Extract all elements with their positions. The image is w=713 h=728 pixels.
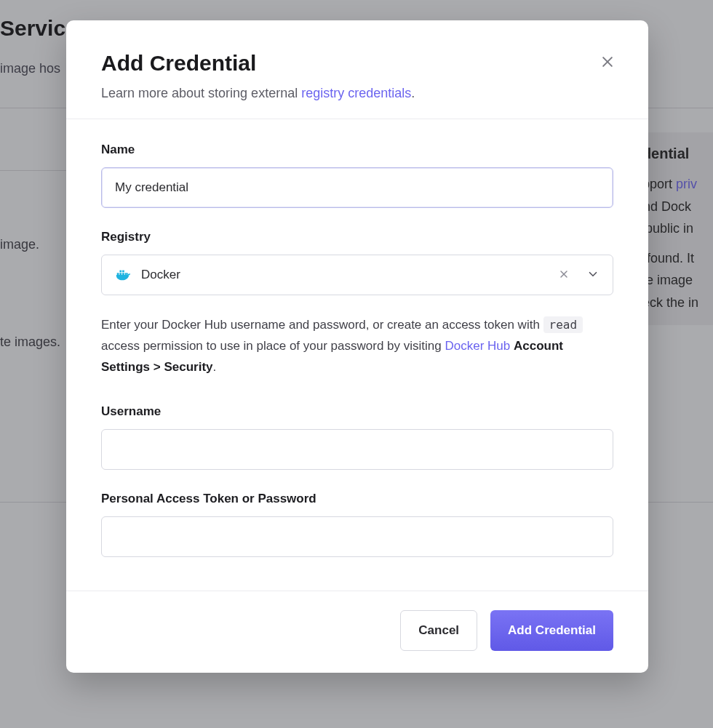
registry-label: Registry (101, 230, 613, 244)
close-icon (558, 268, 570, 282)
docker-icon (115, 267, 131, 283)
registry-select[interactable]: Docker (101, 255, 613, 295)
registry-clear-button[interactable] (554, 265, 573, 284)
modal-body: Name Registry Docker (66, 119, 648, 591)
chevron-down-icon (586, 268, 600, 283)
text: Enter your Docker Hub username and passw… (101, 318, 543, 332)
username-label: Username (101, 404, 613, 419)
svg-rect-4 (122, 273, 124, 275)
close-icon (600, 55, 615, 71)
name-field-group: Name (101, 143, 613, 208)
token-field-group: Personal Access Token or Password (101, 492, 613, 557)
svg-rect-6 (122, 271, 124, 273)
text: . (213, 360, 217, 374)
registry-dropdown-toggle[interactable] (583, 265, 602, 284)
text: access permission to use in place of you… (101, 339, 445, 353)
code-read: read (543, 316, 583, 333)
svg-rect-3 (119, 273, 122, 275)
token-input[interactable] (101, 516, 613, 557)
modal-title: Add Credential (101, 51, 613, 76)
modal-footer: Cancel Add Credential (66, 591, 648, 673)
submit-button[interactable]: Add Credential (490, 610, 613, 651)
svg-rect-5 (119, 271, 122, 273)
cancel-button[interactable]: Cancel (400, 610, 477, 651)
text: Learn more about storing external (101, 86, 301, 100)
close-button[interactable] (596, 51, 619, 74)
text: . (411, 86, 415, 100)
registry-selected-value: Docker (141, 268, 544, 282)
svg-rect-2 (117, 273, 119, 275)
username-field-group: Username (101, 404, 613, 470)
username-input[interactable] (101, 429, 613, 470)
modal-subtitle: Learn more about storing external regist… (101, 86, 613, 101)
registry-credentials-link[interactable]: registry credentials (301, 86, 411, 100)
svg-rect-7 (125, 273, 127, 275)
token-label: Personal Access Token or Password (101, 492, 613, 506)
name-label: Name (101, 143, 613, 157)
registry-field-group: Registry Docker (101, 230, 613, 295)
registry-help-text: Enter your Docker Hub username and passw… (101, 314, 613, 378)
name-input[interactable] (101, 167, 613, 208)
add-credential-modal: Add Credential Learn more about storing … (66, 20, 648, 673)
modal-header: Add Credential Learn more about storing … (66, 20, 648, 119)
docker-hub-link[interactable]: Docker Hub (445, 339, 510, 353)
